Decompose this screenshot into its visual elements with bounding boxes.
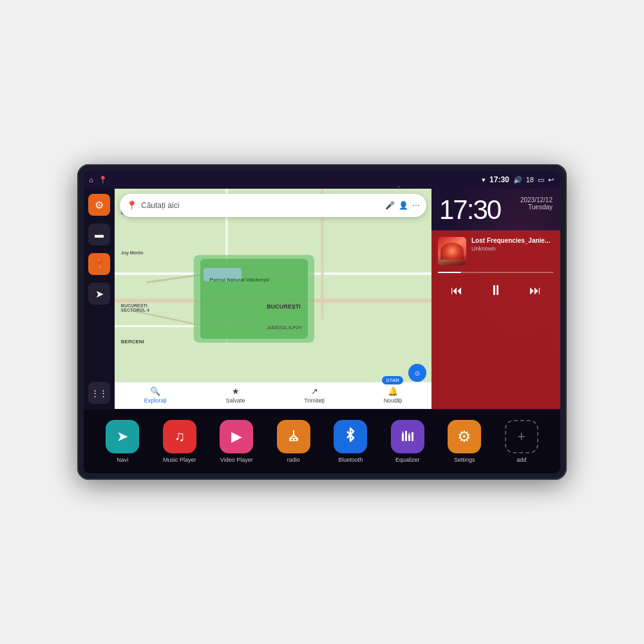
settings-icon-bg: ⚙ — [448, 420, 481, 453]
sidebar-files-btn[interactable]: ▬ — [88, 223, 110, 245]
equalizer-icon — [399, 427, 416, 447]
screen: ⌂ 📍 ▾ 17:30 🔊 18 ▭ ↩ ⚙ ▬ — [84, 171, 560, 473]
clock-widget: 17:30 2023/12/12 Tuesday — [431, 189, 560, 231]
svg-rect-7 — [402, 431, 404, 434]
map-container[interactable]: AXIS PremiumMobility - Sud Pizza & Baker… — [115, 189, 431, 409]
star-button[interactable]: STAR — [382, 376, 403, 384]
status-time: 17:30 — [489, 175, 509, 184]
svg-rect-4 — [291, 439, 293, 440]
app-bluetooth[interactable]: Bluetooth — [328, 420, 373, 463]
app-equalizer[interactable]: Equalizer — [385, 420, 430, 463]
back-icon[interactable]: ↩ — [548, 176, 554, 184]
settings-icon: ⚙ — [95, 199, 104, 211]
clock-date: 2023/12/12 Tuesday — [520, 196, 553, 211]
settings-dots-icon[interactable]: ⋯ — [412, 201, 420, 210]
app-radio[interactable]: radio — [271, 420, 316, 463]
files-icon: ▬ — [95, 229, 104, 240]
grid-icon: ⋮⋮ — [91, 388, 108, 398]
play-icon: ▶ — [231, 428, 242, 445]
home-icon[interactable]: ⌂ — [89, 176, 93, 184]
maps-icon[interactable]: 📍 — [99, 176, 108, 184]
prev-track-button[interactable]: ⏮ — [448, 281, 465, 300]
status-left: ⌂ 📍 — [89, 176, 108, 184]
send-icon: ↗ — [311, 386, 318, 396]
nav-explore[interactable]: 🔍 Explorați — [144, 386, 167, 404]
radio-icon-bg — [277, 420, 310, 453]
map-search-bar[interactable]: 📍 Căutați aici 🎤 👤 ⋯ — [120, 194, 426, 217]
video-player-icon-bg: ▶ — [220, 420, 253, 453]
pause-button[interactable]: ⏸ — [486, 279, 506, 301]
music-progress-fill — [438, 272, 461, 273]
music-progress-bar[interactable] — [438, 272, 554, 273]
bluetooth-icon — [342, 426, 359, 447]
app-dock: ➤ Navi ♫ Music Player ▶ Video Player — [84, 409, 560, 473]
news-label: Noutăți — [384, 397, 402, 404]
equalizer-icon-bg — [391, 420, 424, 453]
bluetooth-label: Bluetooth — [338, 457, 363, 463]
clock-date-year: 2023/12/12 — [520, 196, 553, 204]
add-label: add — [516, 457, 526, 463]
svg-rect-9 — [408, 435, 410, 441]
send-label: Trimiteți — [304, 397, 325, 404]
status-bar: ⌂ 📍 ▾ 17:30 🔊 18 ▭ ↩ — [84, 171, 560, 189]
album-art — [438, 237, 466, 265]
saved-icon: ★ — [232, 386, 240, 396]
music-details: Lost Frequencies_Janie... Unknown — [471, 237, 554, 252]
add-icon: + — [517, 428, 526, 445]
radio-waves-icon — [285, 427, 302, 447]
account-icon[interactable]: 👤 — [399, 201, 408, 210]
bluetooth-icon-bg — [334, 420, 367, 453]
svg-rect-8 — [405, 431, 407, 441]
nav-news[interactable]: 🔔 Noutăți — [384, 386, 402, 404]
album-art-image — [438, 237, 466, 265]
app-navi[interactable]: ➤ Navi — [100, 420, 145, 463]
clock-date-day: Tuesday — [520, 204, 553, 211]
google-maps-icon: 📍 — [126, 200, 137, 211]
music-player-label: Music Player — [163, 457, 196, 463]
search-input[interactable]: Căutați aici — [141, 201, 385, 210]
sidebar-settings-btn[interactable]: ⚙ — [88, 194, 110, 216]
clock-display: 17:30 2023/12/12 Tuesday — [439, 196, 553, 223]
location-fab[interactable]: ⊙ — [408, 364, 426, 382]
svg-rect-6 — [402, 433, 404, 441]
search-actions: 🎤 👤 ⋯ — [385, 201, 420, 210]
svg-rect-10 — [408, 433, 410, 435]
nav-saved[interactable]: ★ Salvate — [226, 386, 245, 404]
music-artist: Unknown — [471, 245, 554, 252]
news-icon: 🔔 — [388, 386, 398, 396]
app-add[interactable]: + add — [499, 420, 544, 463]
app-video-player[interactable]: ▶ Video Player — [214, 420, 259, 463]
app-settings[interactable]: ⚙ Settings — [442, 420, 487, 463]
location-icon: 📍 — [94, 259, 105, 269]
music-player-icon-bg: ♫ — [163, 420, 196, 453]
explore-label: Explorați — [144, 397, 167, 404]
volume-icon[interactable]: 🔊 — [513, 176, 522, 184]
equalizer-label: Equalizer — [395, 457, 420, 463]
navi-icon: ➤ — [117, 428, 128, 445]
microphone-icon[interactable]: 🎤 — [385, 201, 395, 210]
nav-send[interactable]: ↗ Trimiteți — [304, 386, 325, 404]
svg-rect-3 — [289, 438, 298, 441]
main-content: ⚙ ▬ 📍 ➤ ⋮⋮ — [84, 189, 560, 409]
wifi-icon: ▾ — [482, 176, 486, 184]
right-panel: 17:30 2023/12/12 Tuesday — [431, 189, 560, 409]
left-sidebar: ⚙ ▬ 📍 ➤ ⋮⋮ — [84, 189, 115, 409]
battery-level: 18 — [526, 176, 534, 184]
settings-label: Settings — [454, 457, 475, 463]
clock-time: 17:30 — [439, 196, 500, 223]
status-right: ▾ 17:30 🔊 18 ▭ ↩ — [482, 175, 554, 184]
music-widget: Lost Frequencies_Janie... Unknown ⏮ ⏸ ⏭ — [431, 231, 560, 409]
battery-icon: ▭ — [538, 176, 544, 184]
next-track-button[interactable]: ⏭ — [527, 281, 544, 300]
radio-label: radio — [287, 457, 300, 463]
explore-icon: 🔍 — [150, 386, 160, 396]
map-area[interactable]: AXIS PremiumMobility - Sud Pizza & Baker… — [115, 189, 431, 409]
svg-rect-11 — [412, 432, 413, 441]
sidebar-nav-btn[interactable]: ➤ — [88, 283, 110, 305]
sidebar-apps-btn[interactable]: ⋮⋮ — [88, 382, 110, 404]
music-title: Lost Frequencies_Janie... — [471, 237, 554, 244]
navi-icon-bg: ➤ — [106, 420, 139, 453]
arrow-icon: ➤ — [95, 288, 104, 300]
app-music-player[interactable]: ♫ Music Player — [157, 420, 202, 463]
sidebar-maps-btn[interactable]: 📍 — [88, 253, 110, 275]
